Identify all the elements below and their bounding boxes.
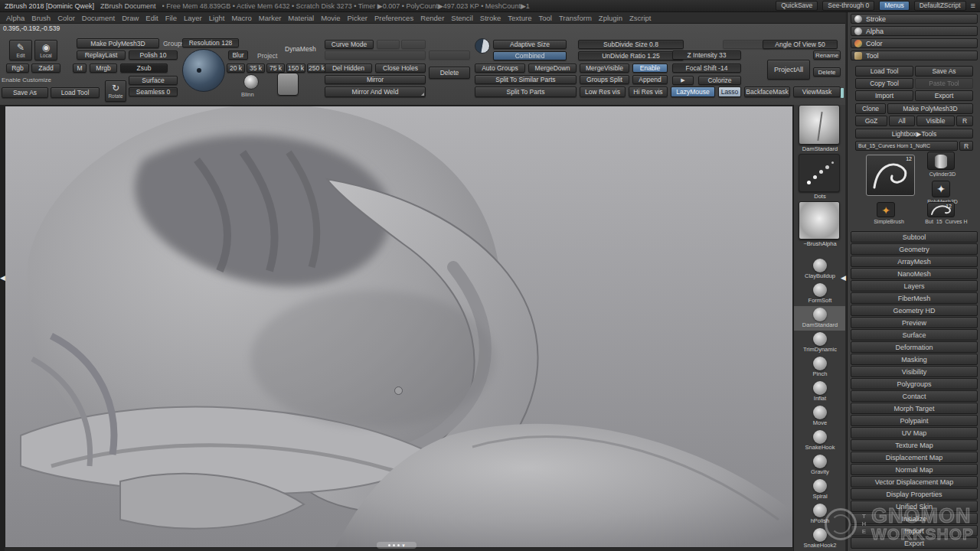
rename-button[interactable]: Rename xyxy=(813,51,841,60)
section-row[interactable]: Surface xyxy=(851,329,978,341)
section-row[interactable]: UV Map xyxy=(851,427,978,439)
res-35k-button[interactable]: 35 k xyxy=(247,64,265,73)
focal-shift-slider[interactable]: Focal Shift -14 xyxy=(672,64,741,73)
section-row[interactable]: Subtool xyxy=(851,231,978,243)
menu-item[interactable]: Preferences xyxy=(374,14,413,22)
palette-color[interactable]: Color xyxy=(851,38,978,48)
section-row[interactable]: Geometry xyxy=(851,243,978,255)
section-row[interactable]: Polypaint xyxy=(851,415,978,426)
polymesh3d-thumb[interactable]: ✦ xyxy=(932,181,950,197)
section-row[interactable]: Displacement Map xyxy=(851,452,978,463)
left-tray-toggle[interactable]: ◀ xyxy=(0,274,5,282)
menu-item[interactable]: Stroke xyxy=(480,14,501,22)
section-row[interactable]: Geometry HD xyxy=(851,305,978,316)
surface-button[interactable]: Surface xyxy=(129,76,178,85)
menu-item[interactable]: Render xyxy=(420,14,444,22)
brush-thumb-dots[interactable] xyxy=(799,154,840,192)
curve-mode-button[interactable]: Curve Mode xyxy=(325,40,374,49)
material-swatch[interactable] xyxy=(277,73,299,96)
save-as-button[interactable]: Save As xyxy=(915,66,973,77)
menu-item[interactable]: Draw xyxy=(122,14,139,22)
blinn-material-sphere[interactable] xyxy=(243,74,259,90)
enable-customize-toggle[interactable]: Enable Customize xyxy=(2,77,51,83)
section-row[interactable]: Initialize xyxy=(851,513,978,524)
menu-item[interactable]: Movie xyxy=(321,14,340,22)
enable-button[interactable]: Enable xyxy=(632,64,668,73)
auto-groups-button[interactable]: Auto Groups xyxy=(475,64,525,73)
load-tool-button[interactable]: Load Tool xyxy=(855,66,913,77)
resolution-slider[interactable]: Resolution 128 xyxy=(182,38,239,47)
make-polymesh3d-button[interactable]: Make PolyMesh3D xyxy=(77,38,159,48)
hamburger-icon[interactable]: ≡ xyxy=(971,2,975,10)
rgb-button[interactable]: Rgb xyxy=(6,64,29,73)
section-row[interactable]: Contact xyxy=(851,390,978,402)
r-button[interactable]: R xyxy=(956,116,973,126)
brush-item[interactable]: Pinch xyxy=(794,355,845,380)
split-to-parts-button[interactable]: Split To Parts xyxy=(475,86,577,97)
brush-item[interactable]: SnakeHook2 xyxy=(794,527,845,551)
menu-item[interactable]: Macro xyxy=(231,14,251,22)
section-row[interactable]: Preview xyxy=(851,317,978,328)
menu-item[interactable]: Edit xyxy=(145,14,158,22)
delete-mesh-button[interactable]: Delete xyxy=(429,67,470,79)
menu-item[interactable]: Marker xyxy=(259,14,282,22)
menu-item[interactable]: Brush xyxy=(31,14,51,22)
section-row[interactable]: Normal Map xyxy=(851,464,978,475)
section-row[interactable]: Vector Displacement Map xyxy=(851,476,978,487)
replaylast-button[interactable]: ReplayLast xyxy=(77,51,126,60)
menu-item[interactable]: Tool xyxy=(538,14,551,22)
quicksave-button[interactable]: QuickSave xyxy=(776,1,818,11)
clone-button[interactable]: Clone xyxy=(855,103,886,114)
brush-item[interactable]: SnakeHook xyxy=(794,429,845,453)
brush-thumb-damstandard[interactable] xyxy=(799,105,840,145)
lasso-button[interactable]: Lasso xyxy=(718,86,741,97)
cylinder3d-thumb[interactable] xyxy=(927,152,955,170)
section-row[interactable]: Layers xyxy=(851,280,978,292)
menu-item[interactable]: Light xyxy=(209,14,225,22)
section-row[interactable]: Texture Map xyxy=(851,439,978,451)
section-row[interactable]: NanoMesh xyxy=(851,268,978,279)
menu-item[interactable]: File xyxy=(165,14,177,22)
brush-item[interactable]: ClayBuildup xyxy=(794,257,845,282)
canvas-scroll-handle[interactable]: ▾ xyxy=(377,542,416,549)
mergedown-button[interactable]: MergeDown xyxy=(528,64,577,73)
stroke-arrow-button[interactable]: ▶ xyxy=(672,76,694,85)
undivide-ratio-slider[interactable]: UnDivide Ratio 1.25 xyxy=(578,51,684,60)
sculpt-canvas[interactable] xyxy=(5,106,793,548)
res-150k-button[interactable]: 150 k xyxy=(286,64,305,73)
menu-item[interactable]: Picker xyxy=(348,14,368,22)
menu-item[interactable]: Transform xyxy=(559,14,592,22)
menu-item[interactable]: Stencil xyxy=(451,14,473,22)
section-row[interactable]: Visibility xyxy=(851,366,978,377)
section-row[interactable]: FiberMesh xyxy=(851,292,978,304)
split-similar-parts-button[interactable]: Split To Similar Parts xyxy=(475,75,577,84)
brush-thumb-alpha[interactable] xyxy=(799,201,840,240)
import-button[interactable]: Import xyxy=(855,90,913,101)
project-toggle[interactable]: Project xyxy=(257,52,277,60)
subdivide-size-slider[interactable]: SubDivide Size 0.8 xyxy=(578,40,684,49)
r-button[interactable]: R xyxy=(959,141,973,151)
adaptive-size-button[interactable]: Adaptive Size xyxy=(493,40,567,49)
menu-item[interactable]: Zscript xyxy=(629,14,652,22)
simplebrush-thumb[interactable]: ✦ xyxy=(877,202,895,217)
palette-alpha[interactable]: Alpha xyxy=(851,26,978,36)
section-row[interactable]: Display Properties xyxy=(851,488,978,500)
zadd-button[interactable]: Zadd xyxy=(31,64,60,73)
load-tool-button[interactable]: Load Tool xyxy=(51,87,100,98)
lightbox-tools-button[interactable]: Lightbox▶Tools xyxy=(855,129,973,139)
mergevisible-button[interactable]: MergeVisible xyxy=(580,64,629,73)
rotate-button[interactable]: ↻ Rotate xyxy=(105,80,126,102)
active-tool-thumb[interactable]: 12 xyxy=(866,155,915,196)
right-tray-toggle[interactable]: ◀ xyxy=(841,274,846,282)
menu-item[interactable]: Alpha xyxy=(6,14,24,22)
goz-button[interactable]: GoZ xyxy=(855,116,887,126)
export-button[interactable]: Export xyxy=(915,90,973,101)
menu-item[interactable]: Zplugin xyxy=(599,14,622,22)
res-250k-button[interactable]: 250 k xyxy=(307,64,326,73)
brush-item[interactable]: Inflat xyxy=(794,380,845,404)
lazymouse-button[interactable]: LazyMouse xyxy=(671,86,715,97)
default-zscript-button[interactable]: DefaultZScript xyxy=(914,1,966,11)
section-row[interactable]: Export xyxy=(851,537,978,549)
del-hidden-button[interactable]: Del Hidden xyxy=(325,64,372,73)
colorize-button[interactable]: Colorize xyxy=(698,76,741,85)
